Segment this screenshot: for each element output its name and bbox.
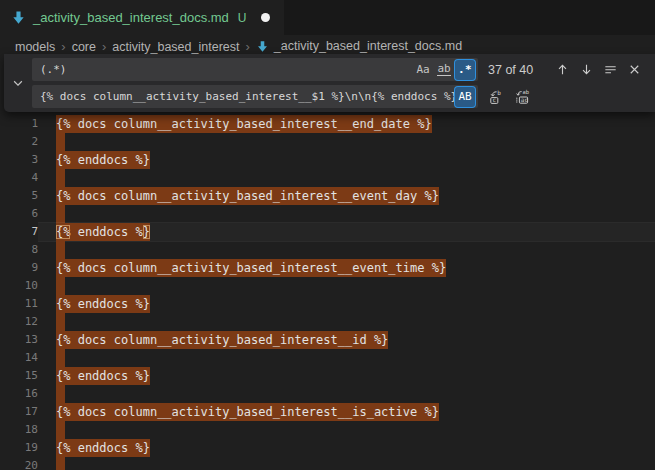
match-highlight: {% docs column__activity_based_interest_… <box>56 259 446 277</box>
svg-text:b: b <box>497 89 501 96</box>
match-highlight: {% docs column__activity_based_interest_… <box>56 331 388 349</box>
tab-filename: _activity_based_interest_docs.md <box>33 10 229 25</box>
replace-all-button[interactable]: ab ac <box>511 86 532 107</box>
regex-toggle[interactable]: .* <box>455 60 475 80</box>
line-content[interactable]: {% enddocs %} <box>38 151 655 169</box>
svg-text:ab: ab <box>522 89 529 95</box>
line-content[interactable] <box>38 169 655 187</box>
preserve-case-toggle[interactable]: AB <box>455 87 475 107</box>
code-line: 20 <box>0 457 655 470</box>
replace-button[interactable]: b c <box>485 86 506 107</box>
line-number: 7 <box>0 223 38 241</box>
code-line: 3{% enddocs %} <box>0 151 655 169</box>
code-line: 17{% docs column__activity_based_interes… <box>0 403 655 421</box>
breadcrumb-item[interactable]: core <box>72 40 96 54</box>
line-content[interactable]: {% docs column__activity_based_interest_… <box>38 331 655 349</box>
markdown-file-icon <box>11 10 26 25</box>
line-content[interactable] <box>38 385 655 403</box>
code-line: 15{% enddocs %} <box>0 367 655 385</box>
breadcrumb-item[interactable]: models <box>15 40 55 54</box>
match-highlight: {% docs column__activity_based_interest_… <box>56 403 439 421</box>
match-highlight: {% enddocs %} <box>56 367 150 385</box>
replace-input[interactable]: {% docs column__activity_based_interest_… <box>32 85 478 108</box>
line-number: 10 <box>0 277 38 295</box>
replace-all-icon: ab ac <box>514 89 530 105</box>
match-count: 37 of 40 <box>488 63 533 77</box>
line-number: 11 <box>0 295 38 313</box>
git-untracked-badge: U <box>238 11 247 25</box>
line-content[interactable]: {% enddocs %} <box>38 367 655 385</box>
code-line: 11{% enddocs %} <box>0 295 655 313</box>
line-content[interactable]: {% docs column__activity_based_interest_… <box>38 187 655 205</box>
line-content[interactable] <box>38 241 655 259</box>
whole-word-toggle[interactable]: ab <box>434 60 454 80</box>
line-content[interactable]: {% docs column__activity_based_interest_… <box>38 403 655 421</box>
code-line: 13{% docs column__activity_based_interes… <box>0 331 655 349</box>
match-highlight <box>56 169 65 187</box>
line-content[interactable] <box>38 133 655 151</box>
bracket-match: } <box>143 225 150 239</box>
match-case-toggle[interactable]: Aa <box>413 60 433 80</box>
line-number: 15 <box>0 367 38 385</box>
match-highlight <box>56 133 65 151</box>
chevron-right-icon: › <box>61 39 65 54</box>
line-content[interactable] <box>38 277 655 295</box>
previous-match-button[interactable] <box>552 59 573 80</box>
close-find-button[interactable] <box>624 59 645 80</box>
find-replace-widget: (.*) Aa ab .* 37 of 40 <box>4 54 655 112</box>
find-query: (.*) <box>40 63 412 76</box>
match-highlight: {% docs column__activity_based_interest_… <box>56 187 439 205</box>
line-number: 6 <box>0 205 38 223</box>
line-number: 5 <box>0 187 38 205</box>
line-content[interactable]: {% enddocs %} <box>38 223 655 241</box>
line-number: 8 <box>0 241 38 259</box>
breadcrumb-item-file[interactable]: _activity_based_interest_docs.md <box>274 39 462 53</box>
code-line: 5{% docs column__activity_based_interest… <box>0 187 655 205</box>
line-content[interactable] <box>38 205 655 223</box>
replace-icon: b c <box>488 89 504 105</box>
svg-text:ac: ac <box>520 96 528 103</box>
selection-lines-icon <box>603 62 618 77</box>
code-line: 2 <box>0 133 655 151</box>
code-line: 10 <box>0 277 655 295</box>
breadcrumb-item[interactable]: activity_based_interest <box>112 40 239 54</box>
code-line: 9{% docs column__activity_based_interest… <box>0 259 655 277</box>
next-match-button[interactable] <box>576 59 597 80</box>
line-number: 3 <box>0 151 38 169</box>
find-in-selection-button[interactable] <box>600 59 621 80</box>
editor-tab[interactable]: _activity_based_interest_docs.md U <box>0 0 284 35</box>
chevron-down-icon <box>11 76 25 90</box>
svg-text:c: c <box>492 96 496 103</box>
line-content[interactable] <box>38 313 655 331</box>
toggle-replace-button[interactable] <box>4 54 32 112</box>
code-line: 6 <box>0 205 655 223</box>
match-highlight <box>56 241 65 259</box>
line-content[interactable] <box>38 349 655 367</box>
code-line: 14 <box>0 349 655 367</box>
line-content[interactable]: {% enddocs %} <box>38 295 655 313</box>
unsaved-changes-dot-icon[interactable] <box>261 13 270 22</box>
close-icon <box>627 62 642 77</box>
arrow-up-icon <box>555 62 570 77</box>
match-highlight <box>56 313 65 331</box>
arrow-down-icon <box>579 62 594 77</box>
match-highlight <box>56 421 65 439</box>
line-content[interactable]: {% docs column__activity_based_interest_… <box>38 115 655 133</box>
match-highlight: {% docs column__activity_based_interest_… <box>56 115 432 133</box>
code-lines: 1{% docs column__activity_based_interest… <box>0 115 655 470</box>
chevron-right-icon: › <box>245 39 249 54</box>
match-highlight <box>56 457 65 470</box>
match-highlight: {% enddocs %} <box>56 295 150 313</box>
match-highlight <box>56 277 65 295</box>
code-line: 18 <box>0 421 655 439</box>
line-content[interactable] <box>38 421 655 439</box>
match-highlight: {% enddocs %} <box>56 151 150 169</box>
breadcrumb-trail: models›core›activity_based_interest› <box>15 39 256 54</box>
line-content[interactable] <box>38 457 655 470</box>
line-content[interactable]: {% enddocs %} <box>38 439 655 457</box>
line-number: 1 <box>0 115 38 133</box>
line-content[interactable]: {% docs column__activity_based_interest_… <box>38 259 655 277</box>
match-highlight: {% enddocs %} <box>56 439 150 457</box>
line-number: 19 <box>0 439 38 457</box>
find-input[interactable]: (.*) Aa ab .* <box>32 58 478 81</box>
